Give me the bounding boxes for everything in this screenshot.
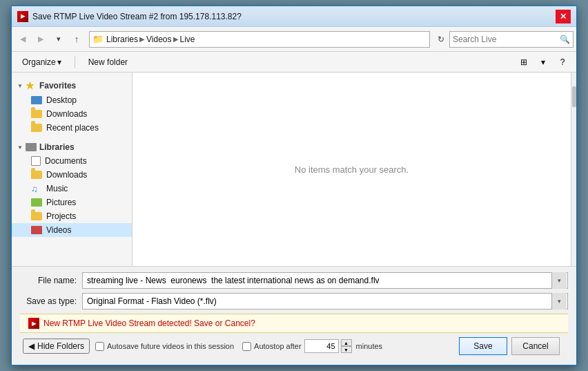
breadcrumb-part-1: Libraries — [106, 35, 138, 44]
content-area: ▼ ★ Favorites Desktop Downloads Recent p… — [12, 73, 576, 266]
savetype-select[interactable]: Original Format - Flash Video (*.flv) — [82, 293, 568, 310]
sidebar-item-downloads[interactable]: Downloads — [12, 168, 132, 182]
filename-label: File name: — [20, 276, 82, 285]
sidebar-item-pictures[interactable]: Pictures — [12, 196, 132, 209]
favorites-star-icon: ★ — [26, 80, 37, 91]
spinner-down-button[interactable]: ▼ — [341, 346, 352, 353]
search-box[interactable]: 🔍 — [449, 31, 574, 48]
notification-icon: ▶ — [28, 318, 39, 329]
projects-label: Projects — [46, 211, 76, 221]
hide-folders-label: Hide Folders — [37, 341, 84, 351]
music-icon: ♫ — [31, 184, 42, 193]
projects-icon — [31, 212, 42, 220]
title-bar-left: ▶ Save RTMP Live Video Stream #2 from 19… — [17, 11, 242, 22]
desktop-label: Desktop — [46, 95, 77, 105]
favorites-label: Favorites — [39, 81, 76, 91]
breadcrumb-part-2: Videos — [146, 35, 171, 44]
bottom-form: File name: ▾ Save as type: Original Form… — [12, 266, 576, 365]
autostop-label: Autostop after — [254, 342, 302, 350]
notification-message: New RTMP Live Video Stream detected! Sav… — [43, 318, 255, 328]
dropdown-button[interactable]: ▾ — [50, 31, 67, 48]
sidebar-item-videos[interactable]: Videos — [12, 223, 132, 237]
action-buttons: Save Cancel — [459, 337, 560, 355]
refresh-button[interactable]: ↻ — [434, 32, 448, 46]
breadcrumb: Libraries ▶ Videos ▶ Live — [106, 35, 427, 44]
autostop-unit: minutes — [356, 342, 383, 350]
dialog-title: Save RTMP Live Video Stream #2 from 195.… — [32, 12, 242, 21]
search-icon: 🔍 — [560, 35, 570, 44]
filename-row: File name: ▾ — [20, 272, 568, 289]
sidebar-item-downloads-fav[interactable]: Downloads — [12, 107, 132, 121]
savetype-label: Save as type: — [20, 296, 82, 306]
autosave-item: Autosave future videos in this session — [95, 342, 234, 351]
notification-bar: ▶ New RTMP Live Video Stream detected! S… — [20, 314, 568, 333]
autostop-minutes-input[interactable] — [304, 339, 339, 353]
savetype-row: Save as type: Original Format - Flash Vi… — [20, 293, 568, 310]
pictures-icon — [31, 198, 42, 207]
pictures-label: Pictures — [46, 198, 76, 207]
scrollbar-vertical[interactable] — [571, 73, 576, 266]
autosave-checkbox[interactable] — [95, 342, 104, 351]
check-row: Autosave future videos in this session A… — [95, 339, 453, 353]
view-button[interactable]: ⊞ — [516, 54, 532, 70]
libraries-chevron: ▼ — [17, 144, 23, 151]
sidebar-item-projects[interactable]: Projects — [12, 209, 132, 223]
nav-bar: ◀ ▶ ▾ ↑ 📁 Libraries ▶ Videos ▶ Live ↻ 🔍 — [12, 27, 576, 52]
music-label: Music — [46, 184, 68, 193]
organize-arrow: ▾ — [57, 57, 61, 67]
help-button[interactable]: ? — [554, 54, 571, 70]
bottom-controls: ◀ Hide Folders Autosave future videos in… — [20, 333, 568, 359]
organize-label: Organize — [22, 57, 56, 67]
view-dropdown-button[interactable]: ▾ — [535, 54, 551, 70]
favorites-chevron: ▼ — [17, 83, 23, 89]
videos-label: Videos — [46, 225, 71, 235]
autostop-item: Autostop after ▲ ▼ minutes — [242, 339, 382, 353]
libraries-label: Libraries — [39, 142, 75, 152]
address-bar[interactable]: 📁 Libraries ▶ Videos ▶ Live — [89, 31, 430, 48]
autostop-checkbox[interactable] — [242, 342, 251, 351]
filename-wrapper: ▾ — [82, 272, 568, 289]
save-button[interactable]: Save — [459, 337, 507, 355]
new-folder-button[interactable]: New folder — [84, 55, 133, 69]
sidebar-item-recent[interactable]: Recent places — [12, 121, 132, 135]
sidebar-item-documents[interactable]: Documents — [12, 154, 132, 168]
toolbar-separator — [75, 56, 75, 68]
filename-dropdown-arrow[interactable]: ▾ — [551, 272, 567, 289]
title-bar: ▶ Save RTMP Live Video Stream #2 from 19… — [12, 6, 576, 27]
sidebar-item-music[interactable]: ♫ Music — [12, 182, 132, 196]
save-dialog: ▶ Save RTMP Live Video Stream #2 from 19… — [11, 6, 577, 365]
documents-label: Documents — [45, 156, 87, 166]
sidebar: ▼ ★ Favorites Desktop Downloads Recent p… — [12, 73, 133, 266]
back-button[interactable]: ◀ — [14, 31, 31, 48]
libraries-header[interactable]: ▼ Libraries — [12, 140, 132, 154]
cancel-button[interactable]: Cancel — [511, 337, 560, 355]
spinner-buttons: ▲ ▼ — [341, 339, 352, 353]
hide-folders-arrow: ◀ — [28, 341, 35, 351]
recent-label: Recent places — [46, 123, 99, 133]
sidebar-item-desktop[interactable]: Desktop — [12, 93, 132, 107]
toolbar-right: ⊞ ▾ ? — [516, 54, 571, 70]
filename-input[interactable] — [82, 272, 568, 289]
forward-button[interactable]: ▶ — [32, 31, 49, 48]
documents-icon — [31, 156, 41, 166]
file-area: No items match your search. — [133, 73, 571, 266]
spinner-up-button[interactable]: ▲ — [341, 339, 352, 346]
up-button[interactable]: ↑ — [68, 31, 85, 48]
downloads-icon — [31, 171, 42, 179]
videos-icon — [31, 226, 42, 234]
favorites-header[interactable]: ▼ ★ Favorites — [12, 78, 132, 93]
app-icon: ▶ — [17, 11, 28, 22]
downloads-fav-icon — [31, 110, 42, 118]
breadcrumb-arrow-1: ▶ — [139, 35, 145, 43]
libraries-section: ▼ Libraries Documents Downloads ♫ Music — [12, 140, 132, 237]
savetype-dropdown-arrow[interactable]: ▾ — [551, 293, 567, 310]
empty-message: No items match your search. — [295, 164, 409, 175]
search-input[interactable] — [453, 35, 560, 44]
savetype-wrapper: Original Format - Flash Video (*.flv) ▾ — [82, 293, 568, 310]
organize-button[interactable]: Organize ▾ — [17, 55, 66, 69]
desktop-icon — [31, 96, 42, 104]
autosave-label: Autosave future videos in this session — [107, 342, 234, 350]
close-button[interactable]: ✕ — [556, 10, 571, 23]
hide-folders-button[interactable]: ◀ Hide Folders — [23, 339, 90, 354]
breadcrumb-arrow-2: ▶ — [173, 35, 179, 43]
